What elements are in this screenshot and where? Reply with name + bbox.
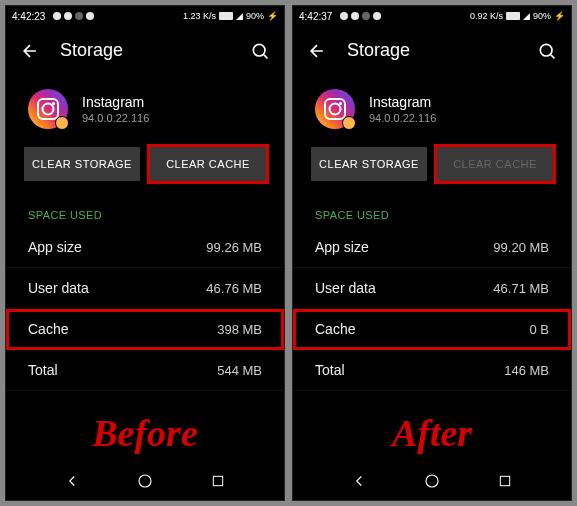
page-title: Storage (60, 40, 230, 61)
clear-storage-button[interactable]: CLEAR STORAGE (311, 147, 427, 181)
stat-cache: Cache 398 MB (6, 309, 284, 350)
app-name: Instagram (82, 94, 149, 110)
stat-value: 99.26 MB (206, 240, 262, 255)
stat-label: Cache (28, 321, 68, 337)
stat-app-size: App size 99.20 MB (293, 227, 571, 268)
status-bar: 4:42:23 1.23 K/s ◢ 90% ⚡ (6, 6, 284, 26)
status-bar: 4:42:37 0.92 K/s ◢ 90% ⚡ (293, 6, 571, 26)
svg-point-0 (253, 44, 265, 56)
stat-value: 544 MB (217, 363, 262, 378)
stat-value: 398 MB (217, 322, 262, 337)
volte-icon (219, 12, 233, 20)
stat-label: User data (315, 280, 376, 296)
volte-icon (506, 12, 520, 20)
stat-cache: Cache 0 B (293, 309, 571, 350)
charging-icon: ⚡ (554, 11, 565, 21)
stat-value: 0 B (529, 322, 549, 337)
signal-icon: ◢ (523, 11, 530, 21)
status-net-speed: 1.23 K/s (183, 11, 216, 21)
app-info-row: Instagram 94.0.0.22.116 (6, 75, 284, 147)
instagram-icon (28, 89, 68, 129)
svg-point-1 (139, 475, 151, 487)
nav-bar (6, 462, 284, 500)
back-button[interactable] (307, 41, 327, 61)
stat-total: Total 544 MB (6, 350, 284, 391)
nav-back-button[interactable] (61, 470, 83, 492)
status-battery: 90% (246, 11, 264, 21)
stat-label: App size (28, 239, 82, 255)
stat-label: Total (28, 362, 58, 378)
status-battery: 90% (533, 11, 551, 21)
app-name: Instagram (369, 94, 436, 110)
stat-value: 146 MB (504, 363, 549, 378)
action-buttons: CLEAR STORAGE CLEAR CACHE (6, 147, 284, 199)
app-info-row: Instagram 94.0.0.22.116 (293, 75, 571, 147)
svg-point-3 (540, 44, 552, 56)
status-time: 4:42:37 (299, 11, 332, 22)
action-buttons: CLEAR STORAGE CLEAR CACHE (293, 147, 571, 199)
space-used-label: SPACE USED (6, 199, 284, 227)
status-time: 4:42:23 (12, 11, 45, 22)
signal-icon: ◢ (236, 11, 243, 21)
stat-user-data: User data 46.76 MB (6, 268, 284, 309)
stat-value: 99.20 MB (493, 240, 549, 255)
page-title: Storage (347, 40, 517, 61)
stat-total: Total 146 MB (293, 350, 571, 391)
svg-rect-2 (213, 476, 222, 485)
search-icon[interactable] (537, 41, 557, 61)
screen-after: 4:42:37 0.92 K/s ◢ 90% ⚡ Storage Instagr… (292, 5, 572, 501)
stat-label: App size (315, 239, 369, 255)
screen-before: 4:42:23 1.23 K/s ◢ 90% ⚡ Storage Instagr… (5, 5, 285, 501)
clear-cache-button[interactable]: CLEAR CACHE (150, 147, 266, 181)
app-version: 94.0.0.22.116 (369, 112, 436, 124)
screen-caption: Before (6, 411, 284, 455)
nav-home-button[interactable] (134, 470, 156, 492)
stat-app-size: App size 99.26 MB (6, 227, 284, 268)
charging-icon: ⚡ (267, 11, 278, 21)
instagram-icon (315, 89, 355, 129)
stat-label: Cache (315, 321, 355, 337)
header: Storage (293, 26, 571, 75)
back-button[interactable] (20, 41, 40, 61)
svg-point-4 (426, 475, 438, 487)
stat-user-data: User data 46.71 MB (293, 268, 571, 309)
space-used-label: SPACE USED (293, 199, 571, 227)
nav-home-button[interactable] (421, 470, 443, 492)
nav-recent-button[interactable] (494, 470, 516, 492)
nav-bar (293, 462, 571, 500)
stat-value: 46.71 MB (493, 281, 549, 296)
clear-storage-button[interactable]: CLEAR STORAGE (24, 147, 140, 181)
app-version: 94.0.0.22.116 (82, 112, 149, 124)
status-net-speed: 0.92 K/s (470, 11, 503, 21)
nav-recent-button[interactable] (207, 470, 229, 492)
header: Storage (6, 26, 284, 75)
stat-value: 46.76 MB (206, 281, 262, 296)
screen-caption: After (293, 411, 571, 455)
clear-cache-button: CLEAR CACHE (437, 147, 553, 181)
svg-rect-5 (500, 476, 509, 485)
nav-back-button[interactable] (348, 470, 370, 492)
stat-label: Total (315, 362, 345, 378)
stat-label: User data (28, 280, 89, 296)
search-icon[interactable] (250, 41, 270, 61)
